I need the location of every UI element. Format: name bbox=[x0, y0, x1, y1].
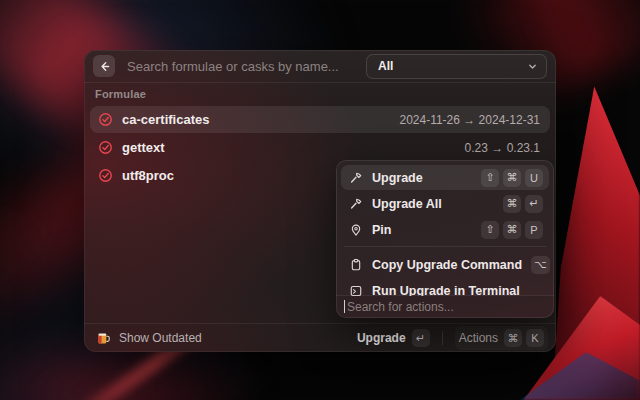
menu-item-label: Copy Upgrade Command bbox=[372, 258, 522, 272]
desktop: All Formulae ca-certificates 2024-11-26 … bbox=[0, 0, 640, 400]
check-circle-icon bbox=[98, 140, 113, 155]
actions-button[interactable]: Actions ⌘ K bbox=[455, 326, 548, 350]
menu-item-run-upgrade-in-terminal[interactable]: Run Upgrade in Terminal bbox=[341, 278, 549, 296]
shift-keycap: ⇧ bbox=[481, 169, 499, 187]
version-change: 2024-11-26 → 2024-12-31 bbox=[399, 113, 540, 127]
return-keycap: ↵ bbox=[412, 329, 430, 347]
primary-action-label: Upgrade bbox=[357, 331, 406, 345]
pin-icon bbox=[349, 223, 363, 237]
u-keycap: U bbox=[525, 169, 543, 187]
formula-name: gettext bbox=[122, 140, 456, 155]
chevron-down-icon bbox=[527, 61, 538, 72]
cmd-keycap: ⌘ bbox=[504, 329, 522, 347]
primary-action-button[interactable]: Upgrade ↵ bbox=[357, 329, 430, 347]
menu-item-label: Pin bbox=[372, 223, 472, 237]
return-keycap: ↵ bbox=[525, 195, 543, 213]
header-divider bbox=[84, 82, 556, 83]
formula-name: ca-certificates bbox=[122, 112, 390, 127]
search-input[interactable] bbox=[125, 58, 356, 75]
back-button[interactable] bbox=[93, 55, 115, 77]
menu-item-label: Upgrade All bbox=[372, 197, 494, 211]
actions-list: Upgrade ⇧ ⌘ U Upgrade All ⌘ ↵ bbox=[336, 160, 554, 296]
p-keycap: P bbox=[525, 221, 543, 239]
menu-item-pin[interactable]: Pin ⇧ ⌘ P bbox=[341, 217, 549, 242]
extension-badge: Show Outdated bbox=[96, 331, 349, 346]
option-keycap: ⌥ bbox=[531, 256, 550, 274]
hammer-icon bbox=[349, 197, 363, 211]
menu-item-label: Upgrade bbox=[372, 171, 472, 185]
menu-item-upgrade-all[interactable]: Upgrade All ⌘ ↵ bbox=[341, 191, 549, 216]
check-circle-icon bbox=[98, 168, 113, 183]
list-item-ca-certificates[interactable]: ca-certificates 2024-11-26 → 2024-12-31 bbox=[90, 106, 550, 133]
footer: Show Outdated Upgrade ↵ Actions ⌘ K bbox=[84, 324, 556, 352]
clipboard-icon bbox=[349, 258, 363, 272]
list-item-gettext[interactable]: gettext 0.23 → 0.23.1 bbox=[90, 134, 550, 161]
footer-source-label: Show Outdated bbox=[119, 331, 202, 345]
filter-dropdown-value: All bbox=[378, 59, 527, 73]
beer-mug-icon bbox=[96, 331, 111, 346]
actions-popover: Upgrade ⇧ ⌘ U Upgrade All ⌘ ↵ bbox=[336, 160, 554, 318]
section-label: Formulae bbox=[95, 88, 146, 100]
actions-label: Actions bbox=[459, 331, 498, 345]
header: All bbox=[84, 50, 556, 82]
k-keycap: K bbox=[526, 329, 544, 347]
wallpaper-blue-wedge-bottom-right bbox=[520, 352, 640, 400]
text-caret bbox=[344, 300, 345, 313]
actions-search-bar bbox=[336, 295, 554, 318]
filter-dropdown[interactable]: All bbox=[366, 54, 547, 79]
wallpaper-red-wedge-right bbox=[552, 70, 640, 400]
actions-search-input[interactable] bbox=[345, 299, 545, 315]
menu-item-copy-upgrade-command[interactable]: Copy Upgrade Command ⌥ ⌘ C bbox=[341, 252, 549, 277]
version-change: 0.23 → 0.23.1 bbox=[465, 141, 540, 155]
arrow-left-icon bbox=[98, 60, 111, 73]
menu-separator bbox=[344, 246, 546, 247]
cmd-keycap: ⌘ bbox=[503, 169, 521, 187]
hammer-icon bbox=[349, 171, 363, 185]
cmd-keycap: ⌘ bbox=[503, 195, 521, 213]
shift-keycap: ⇧ bbox=[481, 221, 499, 239]
footer-vertical-divider bbox=[442, 331, 443, 345]
check-circle-icon bbox=[98, 112, 113, 127]
cmd-keycap: ⌘ bbox=[503, 221, 521, 239]
menu-item-upgrade[interactable]: Upgrade ⇧ ⌘ U bbox=[341, 165, 549, 190]
